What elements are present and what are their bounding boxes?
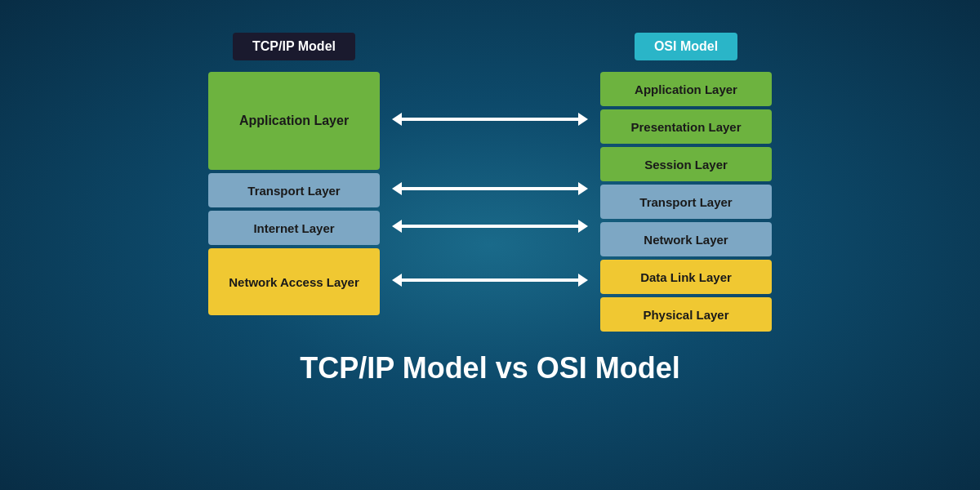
osi-data-link-layer: Data Link Layer [600,260,772,294]
tcpip-layers: Application Layer Transport Layer Intern… [208,72,380,315]
tcpip-application-layer: Application Layer [208,72,380,170]
arrow-network-access [384,247,596,314]
tcpip-network-access-layer: Network Access Layer [208,248,380,315]
tcpip-header: TCP/IP Model [233,33,355,60]
arrow-internet [384,209,596,243]
page-title: TCP/IP Model vs OSI Model [300,351,679,385]
osi-presentation-layer: Presentation Layer [600,109,772,144]
diagram-container: TCP/IP Model Application Layer Transport… [33,33,947,332]
arrows-column [384,33,596,314]
arrow-app [384,70,596,168]
tcpip-transport-layer: Transport Layer [208,173,380,207]
tcpip-column: TCP/IP Model Application Layer Transport… [204,33,384,315]
osi-physical-layer: Physical Layer [600,297,772,332]
osi-network-layer: Network Layer [600,222,772,256]
osi-transport-layer: Transport Layer [600,185,772,219]
osi-layers: Application Layer Presentation Layer Ses… [600,72,772,332]
osi-header: OSI Model [635,33,737,60]
osi-column: OSI Model Application Layer Presentation… [596,33,776,332]
tcpip-internet-layer: Internet Layer [208,211,380,245]
arrow-transport [384,172,596,206]
osi-session-layer: Session Layer [600,147,772,181]
osi-application-layer: Application Layer [600,72,772,106]
